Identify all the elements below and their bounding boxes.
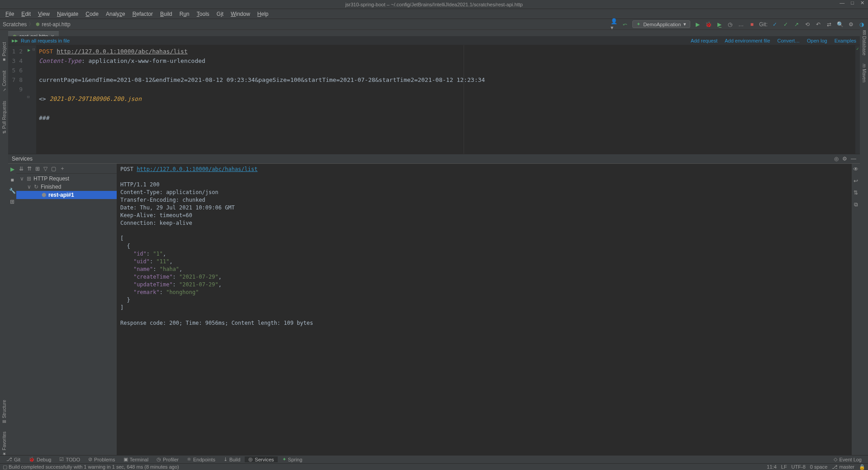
status-indent[interactable]: 0 space — [810, 464, 828, 470]
convert-link[interactable]: Convert… — [778, 38, 800, 43]
gutter[interactable]: ▶ ⊟ ⊟ — [26, 45, 36, 154]
services-tree[interactable]: ∨⊞HTTP Request ∨↻Finished ⬢rest-api#1 — [16, 174, 117, 456]
build-hammer-icon[interactable]: ⤺ — [621, 21, 629, 28]
ide-features-icon[interactable]: ◑ — [858, 21, 865, 28]
menu-view[interactable]: View — [34, 11, 53, 17]
git-history-icon[interactable]: ⟲ — [804, 21, 811, 28]
git-update-icon[interactable]: ✓ — [771, 21, 778, 28]
user-icon[interactable]: 👤▾ — [611, 21, 618, 28]
run-config-selector[interactable]: ✦ DemoApplication ▾ — [632, 20, 690, 28]
tree-rest-api-1[interactable]: ⬢rest-api#1 — [16, 191, 117, 199]
tool-problems[interactable]: ⊘Problems — [85, 456, 119, 462]
maximize-icon[interactable]: □ — [851, 0, 854, 6]
fold-icon[interactable]: ⊟ — [33, 47, 35, 52]
profile-icon[interactable]: ◷ — [726, 21, 734, 28]
tool-maven[interactable]: m Maven — [862, 64, 867, 82]
response-file-link[interactable]: 2021-07-29T180906.200.json — [49, 95, 142, 102]
status-line-sep[interactable]: LF — [781, 464, 787, 470]
git-push-icon[interactable]: ↗ — [793, 21, 800, 28]
settings-icon[interactable]: ⚙ — [847, 21, 854, 28]
status-lock-icon[interactable]: 🔒 — [859, 464, 865, 470]
services-response[interactable]: POST http://127.0.0.1:10000/abc/hahas/li… — [117, 164, 852, 456]
menu-tools[interactable]: Tools — [193, 11, 213, 17]
event-log[interactable]: ◇Event Log — [830, 456, 865, 462]
services-hide-icon[interactable]: — — [851, 156, 856, 162]
tool-spring[interactable]: ✦Spring — [279, 456, 306, 462]
tool-build[interactable]: ⤓Build — [220, 456, 244, 462]
run-icon[interactable]: ▶ — [694, 21, 701, 28]
eye-icon[interactable]: 👁 — [853, 166, 859, 172]
run-all-link[interactable]: Run all requests in file — [21, 38, 70, 43]
sort-icon[interactable]: ⇅ — [854, 190, 858, 196]
services-wrench-icon[interactable]: 🔧 — [9, 188, 16, 194]
attach-icon[interactable]: … — [737, 21, 745, 28]
menu-code[interactable]: Code — [82, 11, 102, 17]
collapse-all-icon[interactable]: ⇈ — [27, 166, 32, 172]
menu-analyze[interactable]: Analyze — [102, 11, 129, 17]
breadcrumb-root[interactable]: Scratches — [3, 21, 27, 28]
status-position[interactable]: 11:4 — [767, 464, 776, 470]
minimize-icon[interactable]: — — [840, 0, 844, 6]
menu-refactor[interactable]: Refactor — [129, 11, 157, 17]
git-commit-icon[interactable]: ✓ — [782, 21, 789, 28]
examples-link[interactable]: Examples — [835, 38, 856, 43]
tool-git[interactable]: ⎇Git — [3, 456, 24, 462]
tool-database[interactable]: 🗄 Database — [861, 30, 867, 56]
menu-edit[interactable]: Edit — [18, 11, 34, 17]
code-editor[interactable]: 1 2 3 4 5 6 7 8 9 ▶ ⊟ ⊟ POST http://127.… — [8, 45, 860, 154]
menu-navigate[interactable]: Navigate — [53, 11, 82, 17]
view-icon[interactable]: ▢ — [51, 166, 56, 172]
add-request-link[interactable]: Add request — [691, 38, 717, 43]
breadcrumb[interactable]: Scratches 〉 ⬢ rest-api.http — [3, 20, 71, 28]
git-rollback-icon[interactable]: ↶ — [815, 21, 822, 28]
target-icon[interactable]: ◎ — [834, 156, 839, 162]
menu-file[interactable]: File — [2, 11, 18, 17]
services-header[interactable]: Services ◎ ⚙ — — [8, 154, 860, 164]
tree-finished[interactable]: ∨↻Finished — [16, 183, 117, 191]
tool-terminal[interactable]: ▣Terminal — [120, 456, 152, 462]
group-icon[interactable]: ⊞ — [35, 166, 40, 172]
status-tool-window-icon[interactable]: ▢ — [3, 464, 7, 470]
fold-end-icon[interactable]: ⊟ — [27, 95, 29, 99]
error-stripe[interactable]: ✓ — [855, 45, 860, 154]
close-icon[interactable]: ✕ — [860, 0, 864, 6]
tool-todo[interactable]: ☑TODO — [56, 456, 84, 462]
open-log-link[interactable]: Open log — [807, 38, 827, 43]
menu-help[interactable]: Help — [254, 11, 272, 17]
menu-window[interactable]: Window — [227, 11, 254, 17]
coverage-icon[interactable]: ▶̲ — [716, 21, 723, 28]
gutter-run-icon[interactable]: ▶ — [28, 47, 30, 52]
ide-scripting-icon[interactable]: ⇄ — [825, 21, 833, 28]
add-icon[interactable]: ＋ — [60, 165, 65, 172]
tree-http-request[interactable]: ∨⊞HTTP Request — [16, 175, 117, 183]
services-settings-icon[interactable]: ⚙ — [842, 156, 847, 162]
menu-git[interactable]: Git — [213, 11, 227, 17]
tool-favorites[interactable]: ★ Favorites — [2, 432, 7, 456]
tool-commit[interactable]: ✓ Commit — [2, 71, 7, 92]
status-encoding[interactable]: UTF-8 — [792, 464, 806, 470]
status-branch[interactable]: ⎇ master — [832, 464, 854, 470]
inspection-ok-icon[interactable]: ✓ — [856, 46, 859, 51]
breadcrumb-file[interactable]: rest-api.http — [42, 21, 70, 28]
copy-icon[interactable]: ⧉ — [854, 201, 858, 208]
tool-structure[interactable]: ≣ Structure — [2, 400, 7, 423]
wrap-icon[interactable]: ↩ — [854, 178, 858, 184]
tool-pull-requests[interactable]: ⇅ Pull Requests — [2, 101, 7, 134]
services-stop-icon[interactable]: ■ — [10, 177, 14, 183]
expand-all-icon[interactable]: ⇊ — [19, 166, 24, 172]
resp-url[interactable]: http://127.0.0.1:10000/abc/hahas/list — [137, 166, 257, 172]
run-all-icon[interactable]: ▶▶ — [12, 38, 18, 43]
tool-services[interactable]: ◎Services — [245, 456, 277, 462]
tool-debug[interactable]: 🐞Debug — [25, 456, 55, 462]
menu-run[interactable]: Run — [176, 11, 193, 17]
tool-project[interactable]: ■ Project — [2, 42, 7, 62]
tool-profiler[interactable]: ◷Profiler — [153, 456, 182, 462]
services-run-icon[interactable]: ▶ — [10, 166, 14, 172]
services-layout-icon[interactable]: ⊞ — [10, 199, 14, 205]
search-icon[interactable]: 🔍 — [836, 21, 844, 28]
debug-icon[interactable]: 🐞 — [705, 21, 712, 28]
editor-lines[interactable]: POST http://127.0.0.1:10000/abc/hahas/li… — [36, 45, 860, 154]
menu-build[interactable]: Build — [157, 11, 176, 17]
stop-icon[interactable]: ■ — [748, 21, 755, 28]
add-env-link[interactable]: Add environment file — [725, 38, 770, 43]
